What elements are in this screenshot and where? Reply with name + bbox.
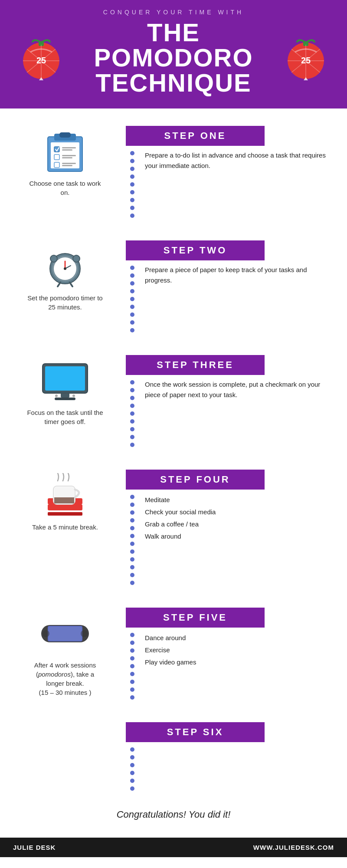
svg-rect-18: [59, 132, 71, 138]
list-item: Dance around: [145, 632, 330, 644]
step-six-section: STEP SIX: [0, 713, 347, 796]
title-line2: TECHNIQUE: [74, 70, 273, 95]
clipboard-icon: [37, 130, 93, 174]
svg-rect-27: [62, 157, 72, 158]
step-three-text: Once the work session is complete, put a…: [139, 375, 334, 452]
header-subtitle: CONQUER YOUR TIME WITH: [17, 9, 330, 16]
list-item: Grab a coffee / tea: [145, 518, 330, 530]
step-four-text: Meditate Check your social media Grab a …: [139, 490, 334, 590]
svg-text:25: 25: [36, 56, 46, 65]
step-two-text: Prepare a piece of paper to keep track o…: [139, 260, 334, 338]
svg-rect-42: [45, 366, 85, 391]
step-five-right: STEP FIVE Dance around Exercise Play vid…: [117, 608, 334, 705]
svg-point-38: [73, 255, 80, 262]
step-two-left: Set the pomodoro timer to 25 minutes.: [13, 240, 117, 312]
step-three-section: Focus on the task until the timer goes o…: [0, 346, 347, 461]
step-two-heading: STEP TWO: [126, 240, 265, 260]
list-item: Check your social media: [145, 506, 330, 518]
step-five-section: After 4 work sessions (pomodoros), take …: [0, 599, 347, 713]
step-four-list: Meditate Check your social media Grab a …: [145, 494, 330, 542]
step-two-section: Set the pomodoro timer to 25 minutes. ST…: [0, 232, 347, 346]
svg-rect-50: [48, 512, 82, 516]
footer-right: WWW.JULIEDESK.COM: [253, 844, 334, 851]
svg-point-58: [81, 630, 88, 637]
congratulations-text: Congratulations! You did it!: [0, 796, 347, 829]
header-main: 25 THE POMODORO TECHNIQUE 25: [17, 20, 330, 95]
step-one-right: STEP ONE Prepare a to-do list in advance…: [117, 126, 334, 223]
svg-rect-29: [62, 163, 76, 164]
step-six-dots: [126, 742, 139, 796]
list-item: Walk around: [145, 530, 330, 542]
step-one-left-label: Choose one task to work on.: [26, 179, 104, 197]
step-one-content: Prepare a to-do list in advance and choo…: [126, 146, 334, 223]
step-four-right: STEP FOUR Meditate Check your social med…: [117, 470, 334, 590]
step-three-right: STEP THREE Once the work session is comp…: [117, 355, 334, 452]
svg-point-36: [64, 267, 66, 270]
step-four-heading: STEP FOUR: [126, 470, 265, 490]
gamepad-icon: [37, 612, 93, 655]
list-item: Meditate: [145, 494, 330, 506]
step-one-left: Choose one task to work on.: [13, 126, 117, 197]
step-six-heading: STEP SIX: [126, 722, 265, 742]
svg-rect-28: [54, 162, 59, 168]
step-four-section: Take a 5 minute break. STEP FOUR Meditat…: [0, 461, 347, 599]
list-item: Exercise: [145, 644, 330, 656]
step-five-heading: STEP FIVE: [126, 608, 265, 628]
svg-rect-24: [62, 149, 72, 151]
step-five-left: After 4 work sessions (pomodoros), take …: [13, 608, 117, 697]
step-six-right: STEP SIX: [117, 722, 334, 796]
step-six-text: [139, 742, 334, 796]
step-two-right: STEP TWO Prepare a piece of paper to kee…: [117, 240, 334, 338]
main-content: Choose one task to work on. STEP ONE Pre…: [0, 108, 347, 829]
svg-rect-56: [49, 627, 82, 641]
svg-rect-30: [62, 165, 72, 166]
step-two-content: Prepare a piece of paper to keep track o…: [126, 260, 334, 338]
svg-point-43: [55, 395, 58, 397]
step-four-left-label: Take a 5 minute break.: [32, 523, 98, 532]
step-two-dots: [126, 260, 139, 338]
tomato-right-icon: 25: [282, 34, 330, 82]
step-five-list: Dance around Exercise Play video games: [145, 632, 330, 668]
coffee-icon: [37, 474, 93, 517]
svg-rect-53: [54, 497, 74, 503]
step-one-dots: [126, 146, 139, 223]
monitor-icon: [37, 359, 93, 403]
svg-point-45: [72, 395, 75, 397]
svg-point-57: [43, 630, 49, 637]
svg-line-40: [70, 283, 72, 286]
step-one-section: Choose one task to work on. STEP ONE Pre…: [0, 117, 347, 232]
step-five-text: Dance around Exercise Play video games: [139, 628, 334, 705]
step-five-dots: [126, 628, 139, 705]
svg-rect-47: [55, 398, 75, 400]
footer: JULIE DESK WWW.JULIEDESK.COM: [0, 838, 347, 857]
step-three-left-label: Focus on the task until the timer goes o…: [26, 408, 104, 426]
svg-rect-48: [48, 504, 82, 510]
svg-rect-23: [62, 147, 76, 148]
step-six-content: [126, 742, 334, 796]
step-one-heading: STEP ONE: [126, 126, 265, 146]
step-five-content: Dance around Exercise Play video games: [126, 628, 334, 705]
svg-rect-26: [62, 155, 76, 156]
list-item: Play video games: [145, 656, 330, 668]
step-one-text: Prepare a to-do list in advance and choo…: [139, 146, 334, 223]
step-four-dots: [126, 490, 139, 590]
step-five-left-label: After 4 work sessions (pomodoros), take …: [26, 661, 104, 697]
svg-rect-46: [61, 393, 69, 398]
title-line1: THE POMODORO: [74, 20, 273, 70]
svg-text:25: 25: [301, 56, 311, 65]
step-three-heading: STEP THREE: [126, 355, 265, 375]
step-three-content: Once the work session is complete, put a…: [126, 375, 334, 452]
clock-icon: [37, 245, 93, 288]
tomato-left-icon: 25: [17, 34, 65, 82]
header-title: THE POMODORO TECHNIQUE: [74, 20, 273, 95]
step-three-left: Focus on the task until the timer goes o…: [13, 355, 117, 426]
svg-rect-25: [54, 155, 59, 160]
svg-point-37: [50, 255, 57, 262]
header: CONQUER YOUR TIME WITH 25 THE POMODORO T…: [0, 0, 347, 108]
step-two-left-label: Set the pomodoro timer to 25 minutes.: [26, 293, 104, 312]
svg-line-39: [58, 283, 60, 286]
step-three-dots: [126, 375, 139, 452]
footer-left: JULIE DESK: [13, 844, 56, 851]
step-four-content: Meditate Check your social media Grab a …: [126, 490, 334, 590]
step-six-left: [13, 722, 117, 727]
